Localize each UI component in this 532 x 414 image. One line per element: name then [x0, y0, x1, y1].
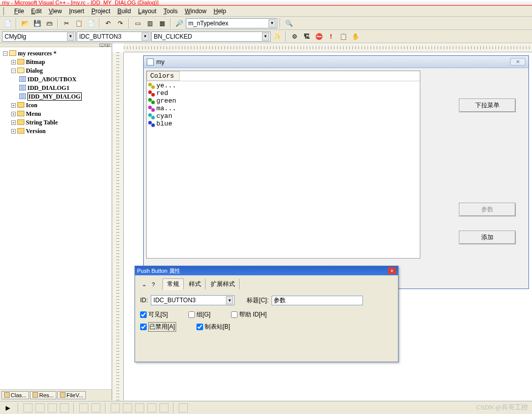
tree-dlg-1[interactable]: IDD_DIALOG1 — [27, 84, 70, 91]
tree-menu[interactable]: Menu — [26, 110, 41, 117]
find-combo[interactable]: m_nTypeIndex ▼ — [186, 18, 277, 28]
save-all-icon[interactable]: 🗃 — [44, 18, 55, 29]
param-button[interactable]: 参数 — [459, 203, 516, 216]
menu-insert[interactable]: Insert — [66, 7, 87, 16]
tree-string[interactable]: String Table — [26, 119, 58, 126]
cut-icon[interactable]: ✂ — [61, 18, 72, 29]
search-icon[interactable]: 🔍 — [283, 18, 294, 29]
tab-extended[interactable]: 扩展样式 — [207, 279, 240, 290]
tabstop-checkbox[interactable]: 制表站[B] — [196, 323, 230, 331]
panel-grip[interactable]: –× — [0, 43, 112, 47]
properties-title[interactable]: Push Button 属性 × — [135, 266, 398, 275]
paste-icon[interactable]: 📄 — [85, 18, 96, 29]
list-item[interactable]: red — [148, 89, 418, 97]
tree-collapse-icon[interactable]: − — [11, 69, 16, 73]
stop-build-icon[interactable]: ⛔ — [313, 31, 324, 42]
tree-expand-icon[interactable]: + — [11, 60, 16, 65]
align-top-icon[interactable] — [48, 403, 57, 412]
list-item[interactable]: green — [148, 97, 418, 105]
save-icon[interactable]: 💾 — [31, 18, 43, 29]
tab-fileview[interactable]: FileV... — [57, 391, 86, 399]
help-icon[interactable]: ? — [149, 281, 157, 288]
visible-checkbox[interactable]: 可见[S] — [140, 310, 168, 319]
align-left-icon[interactable] — [23, 403, 32, 412]
tree-root[interactable]: my resources * — [18, 50, 56, 57]
tree-expand-icon[interactable]: + — [11, 112, 16, 116]
align-right-icon[interactable] — [36, 403, 45, 412]
align-bottom-icon[interactable] — [60, 403, 69, 412]
chevron-down-icon[interactable]: ▼ — [269, 19, 276, 27]
list-item[interactable]: ma... — [148, 105, 418, 112]
chevron-down-icon[interactable]: ▼ — [226, 296, 233, 304]
open-icon[interactable]: 📂 — [19, 18, 30, 29]
close-icon[interactable]: ✕ — [510, 58, 525, 66]
redo-icon[interactable]: ↷ — [115, 18, 126, 29]
new-icon[interactable]: 📄 — [2, 18, 13, 29]
menu-layout[interactable]: Layout — [135, 7, 159, 16]
wand-icon[interactable]: ✨ — [272, 31, 283, 42]
space-across-icon[interactable] — [111, 403, 120, 412]
compile-icon[interactable]: ⚙ — [289, 31, 300, 42]
go-icon[interactable]: 📋 — [338, 31, 349, 42]
tree-version[interactable]: Version — [26, 128, 46, 135]
list-item[interactable]: blue — [148, 120, 418, 128]
find-icon[interactable]: 🔎 — [174, 18, 185, 29]
dropdown-menu-button[interactable]: 下拉菜单 — [459, 99, 516, 112]
list-item[interactable]: cyan — [148, 112, 418, 120]
resource-tree[interactable]: −my resources * +Bitmap −Dialog IDD_ABOU… — [0, 47, 112, 389]
list-header-colors[interactable]: Colors — [147, 71, 180, 81]
menu-window[interactable]: Window — [182, 7, 210, 16]
list-item[interactable]: ye... — [148, 82, 418, 89]
output-icon[interactable]: ▥ — [144, 18, 155, 29]
workspace-icon[interactable]: ▭ — [132, 18, 143, 29]
design-dialog-titlebar[interactable]: my ✕ — [144, 56, 528, 68]
same-size-icon[interactable] — [159, 403, 169, 412]
chevron-down-icon[interactable]: ▼ — [142, 33, 149, 41]
tab-classview[interactable]: Clas... — [2, 391, 29, 399]
build-icon[interactable]: 🏗 — [301, 31, 312, 42]
menu-project[interactable]: Project — [88, 7, 113, 16]
tab-style[interactable]: 样式 — [185, 279, 206, 290]
list-header[interactable]: Colors — [147, 71, 420, 81]
design-dialog[interactable]: my ✕ Colors ye...redgreenma...cyanblue 下… — [143, 55, 529, 289]
menu-tools[interactable]: Tools — [160, 7, 181, 16]
tab-resourceview[interactable]: Res... — [30, 391, 56, 399]
chevron-down-icon[interactable]: ▼ — [262, 33, 269, 41]
center-v-icon[interactable] — [91, 403, 101, 412]
list-body[interactable]: ye...redgreenma...cyanblue — [147, 81, 420, 128]
close-icon[interactable]: × — [388, 267, 396, 274]
chevron-down-icon[interactable]: ▼ — [67, 33, 74, 41]
execute-icon[interactable]: ! — [325, 31, 337, 42]
helpid-checkbox[interactable]: 帮助 ID[H] — [231, 310, 267, 319]
message-combo[interactable]: BN_CLICKED ▼ — [151, 31, 271, 42]
colors-listctrl[interactable]: Colors ye...redgreenma...cyanblue — [146, 71, 420, 259]
pushpin-icon[interactable]: ⫠ — [140, 281, 148, 288]
id-combo[interactable]: IDC_BUTTON3 ▼ — [77, 31, 150, 42]
group-checkbox[interactable]: 组[G] — [188, 310, 211, 319]
tree-expand-icon[interactable]: + — [11, 103, 16, 108]
tab-general[interactable]: 常规 — [162, 278, 184, 290]
tree-collapse-icon[interactable]: − — [3, 51, 8, 56]
disabled-checkbox[interactable]: 已禁用[A] — [140, 322, 176, 332]
class-combo[interactable]: CMyDlg ▼ — [2, 31, 76, 42]
center-h-icon[interactable] — [79, 403, 88, 412]
menu-help[interactable]: Help — [211, 7, 229, 16]
menu-edit[interactable]: Edit — [28, 7, 45, 16]
breakpoint-icon[interactable]: ✋ — [350, 31, 361, 42]
tree-icon[interactable]: Icon — [26, 102, 38, 109]
menu-file[interactable]: FFileile — [11, 7, 27, 16]
id-field[interactable]: IDC_BUTTON3 ▼ — [151, 295, 235, 305]
window-list-icon[interactable]: ▦ — [156, 18, 168, 29]
menu-view[interactable]: View — [46, 7, 65, 16]
tree-expand-icon[interactable]: + — [11, 120, 16, 125]
menu-build[interactable]: Build — [114, 7, 134, 16]
add-button[interactable]: 添加 — [459, 231, 516, 244]
test-dialog-icon[interactable]: ▶ — [2, 402, 13, 413]
same-height-icon[interactable] — [147, 403, 156, 412]
grid-icon[interactable] — [179, 403, 188, 412]
tree-expand-icon[interactable]: + — [11, 129, 16, 134]
properties-dialog[interactable]: Push Button 属性 × ⫠ ? 常规 样式 扩展样式 ID: IDC_… — [135, 266, 398, 362]
same-width-icon[interactable] — [135, 403, 144, 412]
tree-bitmap[interactable]: Bitmap — [26, 58, 45, 66]
tree-dlg-about[interactable]: IDD_ABOUTBOX — [27, 76, 77, 83]
